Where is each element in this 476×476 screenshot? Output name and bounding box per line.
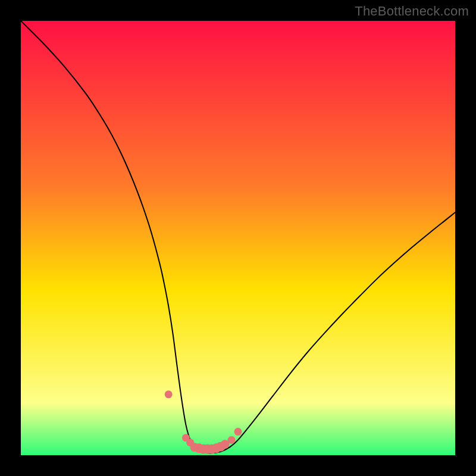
plot-gradient-bg	[21, 21, 455, 455]
watermark-text: TheBottleneck.com	[355, 4, 469, 19]
curve-marker	[165, 390, 173, 398]
bottleneck-chart	[0, 0, 476, 476]
curve-marker	[234, 428, 242, 436]
chart-frame: { "watermark": "TheBottleneck.com", "col…	[0, 0, 476, 476]
curve-marker	[228, 436, 236, 444]
